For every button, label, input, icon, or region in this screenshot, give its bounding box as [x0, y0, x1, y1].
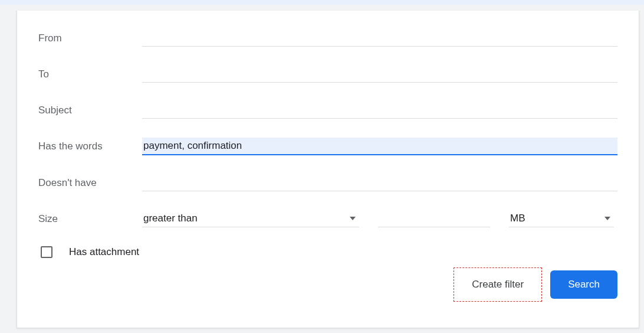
has-words-row: Has the words — [38, 138, 617, 155]
subject-row: Subject — [38, 102, 617, 119]
action-buttons: Create filter Search — [454, 267, 617, 302]
size-label: Size — [38, 213, 142, 225]
doesnt-have-row: Doesn't have — [38, 174, 617, 191]
size-unit-dropdown[interactable]: MB — [509, 210, 614, 227]
to-label: To — [38, 68, 142, 80]
search-bar-fragment — [18, 0, 484, 3]
chevron-down-icon — [604, 217, 610, 220]
from-input-wrap — [142, 30, 617, 47]
subject-label: Subject — [38, 105, 142, 116]
size-value-input[interactable] — [378, 210, 490, 227]
size-comparator-dropdown[interactable]: greater than — [142, 210, 359, 227]
to-input-wrap — [142, 66, 617, 83]
size-unit-value: MB — [510, 213, 525, 224]
doesnt-have-label: Doesn't have — [38, 177, 142, 189]
from-label: From — [38, 32, 142, 44]
create-filter-button[interactable]: Create filter — [454, 267, 542, 302]
size-row: Size greater than MB — [38, 210, 617, 227]
to-input[interactable] — [142, 66, 617, 83]
has-words-label: Has the words — [38, 141, 142, 152]
search-button[interactable]: Search — [550, 270, 617, 299]
top-background — [0, 0, 644, 5]
subject-input-wrap — [142, 102, 617, 119]
from-input[interactable] — [142, 30, 617, 47]
chevron-down-icon — [350, 217, 356, 220]
has-words-input-wrap — [142, 138, 617, 155]
subject-input[interactable] — [142, 102, 617, 119]
has-attachment-row: Has attachment — [41, 246, 617, 258]
has-attachment-label: Has attachment — [69, 246, 139, 258]
has-attachment-checkbox[interactable] — [41, 246, 52, 258]
to-row: To — [38, 66, 617, 83]
size-comparator-value: greater than — [143, 213, 198, 224]
from-row: From — [38, 30, 617, 47]
has-words-input[interactable] — [142, 138, 617, 155]
doesnt-have-input-wrap — [142, 174, 617, 191]
doesnt-have-input[interactable] — [142, 174, 617, 191]
search-filter-panel: From To Subject Has the words Doesn't ha… — [17, 11, 639, 328]
